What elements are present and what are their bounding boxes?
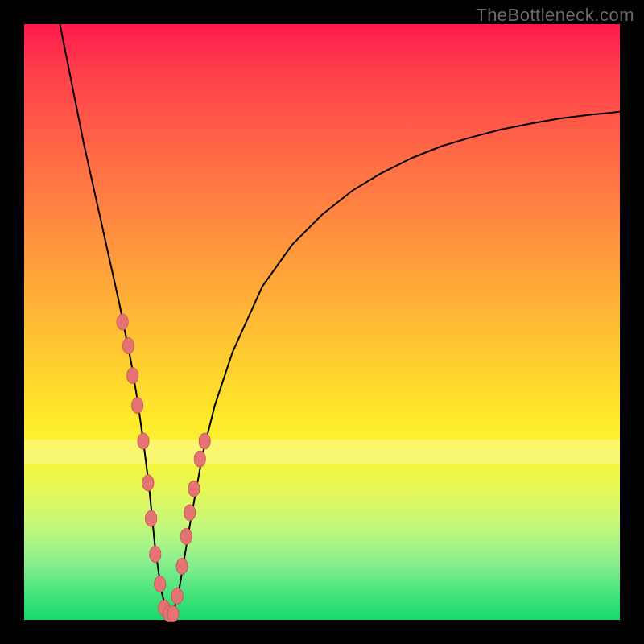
sample-marker [180, 528, 192, 544]
sample-marker [142, 475, 154, 491]
sample-marker [117, 314, 128, 330]
sample-marker [184, 505, 196, 521]
sample-marker [199, 433, 210, 449]
bottleneck-curve-path [60, 24, 620, 614]
chart-frame [24, 24, 620, 620]
sample-marker [188, 481, 200, 497]
sample-marker [171, 588, 183, 604]
sample-marker [123, 338, 134, 354]
sample-marker [176, 558, 188, 574]
sample-marker [138, 433, 149, 449]
sample-marker [194, 451, 205, 467]
chart-svg [24, 24, 620, 620]
sample-marker [132, 398, 143, 414]
sample-marker [127, 368, 138, 384]
watermark-text: TheBottleneck.com [476, 5, 634, 26]
sample-marker [155, 576, 166, 592]
sample-marker [150, 547, 161, 563]
sample-marker [167, 606, 179, 622]
sample-marker [146, 510, 157, 526]
